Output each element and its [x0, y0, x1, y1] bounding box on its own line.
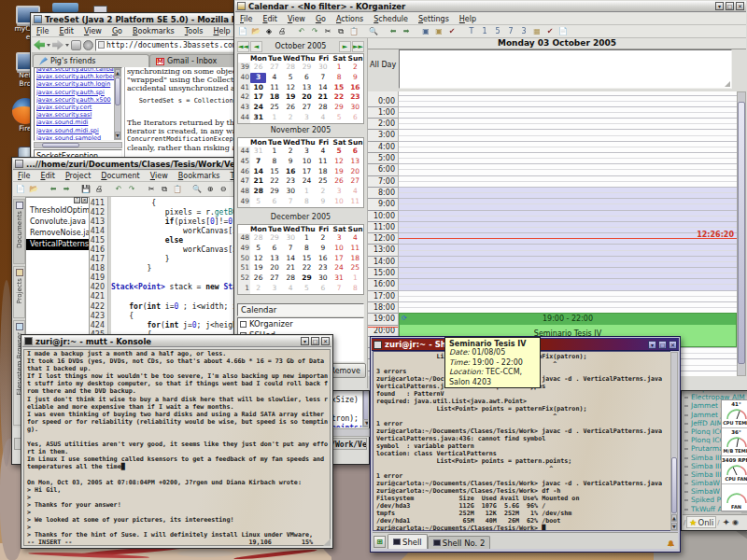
redo-icon[interactable]: ↷ [309, 26, 320, 37]
minical-day[interactable]: 17 [331, 254, 346, 264]
paste-icon[interactable]: 📋 [172, 184, 183, 195]
minical-day[interactable]: 25 [347, 263, 363, 273]
go-forward-icon[interactable]: ➡ [401, 26, 412, 37]
scrollbar-thumb[interactable] [42, 143, 79, 147]
minical-day[interactable]: 30 [315, 63, 331, 73]
zoom-in-icon[interactable]: ⊕ [204, 184, 216, 195]
minical-day[interactable]: 15 [331, 83, 346, 93]
minical-day[interactable]: 9 [315, 244, 331, 254]
minical-day[interactable]: 11 [347, 197, 363, 207]
minical-day[interactable]: 6 [315, 284, 331, 294]
minical-day[interactable]: 4 [315, 113, 331, 123]
minical-day[interactable]: 12 [331, 157, 346, 167]
minical-day[interactable]: 14 [250, 167, 266, 177]
journal-view-icon[interactable]: 📄 [557, 26, 569, 37]
scroll-down-icon[interactable]: ▼ [115, 132, 120, 139]
korg-menu-view[interactable]: View [288, 15, 305, 23]
minical-day[interactable]: 5 [250, 197, 266, 207]
minical-day[interactable]: 2 [315, 233, 331, 244]
file-list-item[interactable]: ThresholdOptimization.java [26, 205, 89, 217]
week-view-icon[interactable]: 7 [505, 26, 516, 37]
minical-day[interactable]: 6 [266, 244, 282, 254]
session-tab-shellno2[interactable]: Shell No. 2 [428, 536, 491, 549]
minical-day[interactable]: 2 [283, 113, 299, 123]
kate-menu-file[interactable]: File [18, 172, 30, 180]
timespan-icon[interactable]: T [466, 26, 477, 37]
minical-day[interactable]: 8 [266, 157, 282, 167]
sidebar-link[interactable]: javax.security.auth.kerberos [36, 73, 114, 80]
minical-day[interactable]: 4 [283, 284, 299, 294]
minical-day[interactable]: 12 [250, 254, 266, 264]
minical-day[interactable]: 10 [299, 157, 315, 167]
new-file-icon[interactable]: 📄 [15, 184, 26, 195]
korg-menu-settings[interactable]: Settings [418, 15, 449, 23]
minical-day[interactable]: 30 [283, 233, 299, 244]
minical-day[interactable]: 7 [283, 244, 299, 254]
minical-day[interactable]: 10 [250, 83, 266, 93]
open-icon[interactable]: 📂 [250, 26, 261, 37]
minical-day[interactable]: 27 [266, 273, 282, 284]
kate-sidebar-tab-documents[interactable]: Documents [13, 199, 25, 264]
kate-menu-edit[interactable]: Edit [40, 172, 55, 180]
minical-day[interactable]: 7 [250, 157, 266, 167]
minical-day[interactable]: 30 [347, 103, 363, 113]
minical-day[interactable]: 2 [347, 63, 363, 73]
mutt-terminal[interactable]: I made a backup just a month and a half … [23, 349, 331, 546]
minical-day[interactable]: 26 [283, 103, 299, 113]
minical-day[interactable]: 3 [299, 147, 315, 157]
prev-year-button[interactable]: ◄◄ [237, 41, 249, 52]
minical-day[interactable]: 1 [299, 187, 315, 197]
minical-day[interactable]: 29 [299, 273, 315, 284]
kopete-icon-star[interactable]: ✦ [723, 517, 730, 527]
minical-day[interactable]: 6 [347, 113, 363, 123]
bell-icon[interactable]: 🔔︎ [667, 539, 675, 549]
firefox-menu-tools[interactable]: Tools [185, 27, 204, 35]
minical-day[interactable]: 9 [283, 157, 299, 167]
online-status-button[interactable]: ★ Onli [686, 516, 716, 528]
minical-day[interactable]: 22 [299, 263, 315, 273]
minimize-button[interactable]: ▾ [648, 341, 656, 349]
find-icon[interactable]: 🔍 [191, 184, 203, 195]
minical-day[interactable]: 23 [283, 176, 299, 187]
minical-day[interactable]: 2 [283, 147, 299, 157]
maximize-button[interactable]: □ [726, 2, 734, 10]
forward-icon[interactable]: ➡ [61, 184, 72, 195]
minical-day[interactable]: 26 [331, 176, 346, 187]
print-icon[interactable]: 🖨 [93, 184, 105, 195]
sidebar-link[interactable]: javax.sound.sampled [36, 134, 114, 141]
firefox-menu-help[interactable]: Help [213, 27, 230, 35]
minical-day[interactable]: 16 [283, 167, 299, 177]
scroll-down-icon[interactable]: ▼ [363, 419, 368, 427]
korg-menu-actions[interactable]: Actions [336, 15, 363, 23]
minical-day[interactable]: 24 [299, 176, 315, 187]
forward-button[interactable] [52, 40, 63, 50]
firefox-menu-bookmarks[interactable]: Bookmarks [133, 27, 175, 35]
kate-menu-bookmarks[interactable]: Bookmarks [178, 172, 220, 180]
minical-day[interactable]: 30 [315, 273, 331, 284]
next-year-button[interactable]: ►► [352, 41, 364, 52]
print-icon[interactable]: 🖨 [276, 26, 288, 37]
sidebar-link[interactable]: javax.security.auth.x500 [36, 96, 114, 104]
save-icon[interactable]: 💾 [80, 184, 92, 195]
paste-icon[interactable]: 📋 [348, 26, 359, 37]
minical-day[interactable]: 10 [331, 244, 346, 254]
minical-day[interactable]: 9 [315, 197, 331, 207]
minical-day[interactable]: 24 [331, 263, 346, 273]
list-icon[interactable]: ▣ [433, 26, 444, 37]
minical-day[interactable]: 7 [283, 197, 299, 207]
search-icon[interactable]: 🔍 [368, 26, 379, 37]
whats-next-icon[interactable]: ▣ [420, 26, 431, 37]
minical-day[interactable]: 26 [250, 63, 266, 73]
minical-day[interactable]: 17 [299, 167, 315, 177]
sidebar-link[interactable]: javax.security.sasl [36, 111, 114, 119]
minical-day[interactable]: 22 [331, 92, 346, 103]
next-month-button[interactable]: ► [339, 41, 351, 52]
sidebar-link[interactable]: javax.sound.midi.spi [36, 127, 114, 134]
minical-day[interactable]: 2 [315, 187, 331, 197]
korg-menu-file[interactable]: File [240, 15, 252, 23]
new-event-icon[interactable]: 📄 [237, 26, 248, 37]
minical-day[interactable]: 23 [347, 92, 363, 103]
close-button[interactable]: ✕ [736, 2, 744, 10]
minical-day[interactable]: 31 [250, 113, 266, 123]
sidebar-link[interactable]: javax.security.auth.login [36, 80, 114, 88]
